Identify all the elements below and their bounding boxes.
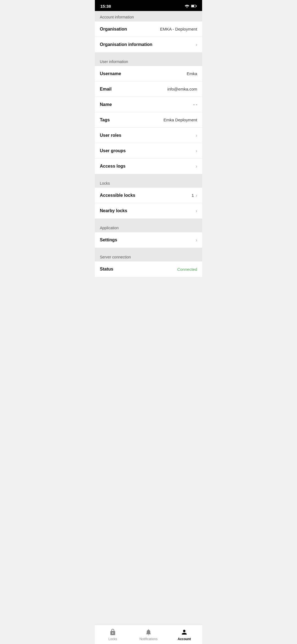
name-value: - - (193, 102, 197, 107)
user-groups-right: › (196, 148, 197, 153)
accessible-locks-row[interactable]: Accessible locks 1 › (95, 188, 202, 203)
organisation-value: EMKA - Deployment (160, 27, 197, 31)
user-roles-right: › (196, 133, 197, 138)
user-groups-chevron: › (196, 148, 197, 153)
status-row: Status Connected (95, 261, 202, 277)
user-roles-row[interactable]: User roles › (95, 128, 202, 143)
spacer-1 (95, 52, 202, 56)
access-logs-chevron: › (196, 164, 197, 169)
nav-account[interactable]: Account (166, 625, 202, 644)
user-groups-row[interactable]: User groups › (95, 143, 202, 159)
user-roles-chevron: › (196, 133, 197, 138)
access-logs-right: › (196, 164, 197, 169)
spacer-4 (95, 248, 202, 251)
nav-locks[interactable]: Locks (95, 625, 131, 644)
organisation-information-chevron: › (196, 42, 197, 47)
svg-rect-1 (191, 5, 194, 7)
status-label: Status (100, 267, 113, 272)
section-user-information: User information (95, 56, 202, 66)
settings-label: Settings (100, 238, 117, 242)
server-connection-card: Status Connected (95, 261, 202, 277)
username-label: Username (100, 71, 121, 76)
username-value: Emka (187, 71, 197, 76)
status-time: 15:38 (100, 4, 111, 9)
bottom-nav: Locks Notifications Account (95, 625, 202, 644)
access-logs-label: Access logs (100, 164, 125, 169)
nav-notifications[interactable]: Notifications (131, 625, 166, 644)
nav-notifications-label: Notifications (139, 637, 157, 641)
scroll-content: Account information Organisation EMKA - … (95, 11, 202, 625)
email-value: info@emka.com (167, 87, 197, 91)
notifications-icon (145, 628, 152, 636)
nav-account-label: Account (178, 637, 191, 641)
status-icons (185, 4, 197, 8)
locks-card: Accessible locks 1 › Nearby locks › (95, 188, 202, 219)
section-server-connection: Server connection (95, 251, 202, 261)
user-roles-label: User roles (100, 133, 121, 138)
section-application: Application (95, 222, 202, 232)
nearby-locks-label: Nearby locks (100, 208, 127, 213)
battery-icon (191, 4, 197, 8)
user-information-card: Username Emka Email info@emka.com Name -… (95, 66, 202, 174)
organisation-information-right: › (196, 42, 197, 47)
user-groups-label: User groups (100, 148, 126, 153)
wifi-icon (185, 4, 189, 8)
settings-right: › (196, 238, 197, 242)
nav-locks-label: Locks (108, 637, 117, 641)
accessible-locks-right: 1 › (192, 193, 197, 198)
tags-row: Tags Emka Deployment (95, 112, 202, 128)
accessible-locks-chevron: › (196, 193, 197, 198)
organisation-label: Organisation (100, 27, 127, 32)
status-bar: 15:38 (95, 0, 202, 11)
locks-icon (109, 628, 117, 636)
svg-rect-2 (196, 6, 197, 7)
bottom-spacer (95, 277, 202, 282)
account-information-card: Organisation EMKA - Deployment Organisat… (95, 21, 202, 52)
access-logs-row[interactable]: Access logs › (95, 159, 202, 174)
nearby-locks-chevron: › (196, 208, 197, 213)
spacer-3 (95, 219, 202, 222)
email-label: Email (100, 87, 112, 92)
application-card: Settings › (95, 232, 202, 248)
name-row: Name - - (95, 97, 202, 112)
section-locks: Locks (95, 177, 202, 188)
status-value: Connected (177, 267, 197, 272)
nearby-locks-right: › (196, 208, 197, 213)
account-icon (180, 628, 188, 636)
accessible-locks-label: Accessible locks (100, 193, 135, 198)
accessible-locks-value: 1 (192, 193, 194, 198)
nearby-locks-row[interactable]: Nearby locks › (95, 203, 202, 219)
organisation-information-row[interactable]: Organisation information › (95, 37, 202, 52)
section-account-information: Account information (95, 11, 202, 21)
settings-chevron: › (196, 238, 197, 242)
settings-row[interactable]: Settings › (95, 232, 202, 248)
tags-value: Emka Deployment (163, 118, 197, 122)
username-row: Username Emka (95, 66, 202, 81)
tags-label: Tags (100, 118, 110, 122)
spacer-2 (95, 174, 202, 177)
email-row: Email info@emka.com (95, 81, 202, 97)
name-label: Name (100, 102, 112, 107)
organisation-information-label: Organisation information (100, 42, 152, 47)
organisation-row: Organisation EMKA - Deployment (95, 21, 202, 37)
